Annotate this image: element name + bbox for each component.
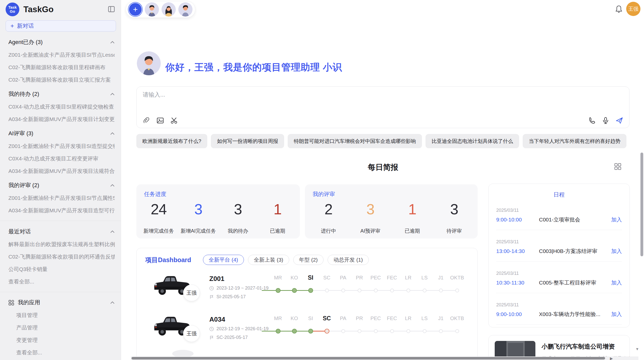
conversation-item[interactable]: C0X4-动力总成开发项目工程变更评审	[8, 155, 115, 162]
app-sub-item[interactable]: 变更管理	[0, 337, 121, 344]
join-link[interactable]: 加入	[611, 248, 622, 255]
stat-label: 新增完成任务	[139, 228, 179, 234]
milestone-dot	[325, 329, 329, 334]
join-link[interactable]: 加入	[611, 216, 622, 223]
app-sub-item[interactable]: 产品管理	[0, 324, 121, 331]
section-header-recent-chats[interactable]: 最近对话	[8, 228, 115, 235]
send-icon[interactable]	[616, 117, 623, 124]
stat-item: 1 已逾期	[258, 201, 297, 234]
add-assistant-button[interactable]: +	[128, 3, 142, 16]
chat-input[interactable]	[143, 91, 621, 113]
assistant-avatar-2[interactable]	[162, 2, 176, 17]
schedule-time: 9:00-10:00	[496, 311, 539, 317]
milestone-step: OKTB	[449, 274, 465, 293]
conversation-item[interactable]: A034-全新新能源MUV产品开发项目造型可行性评审	[8, 207, 115, 214]
schedule-card: 日程 2025/03/11 9:00-10:00 C001-立项审批会 加入	[488, 184, 630, 327]
scissors-icon[interactable]	[170, 117, 178, 124]
filter-pill[interactable]: 全新上装 (3)	[248, 255, 289, 265]
recent-chat-item[interactable]: 查看全部...	[8, 278, 115, 285]
milestone-dot	[308, 288, 313, 293]
suggestion-chip[interactable]: 如何写一份清晰的项目周报	[211, 134, 284, 148]
conversation-item[interactable]: Z001-全新燃油轻卡产品开发项目SI节点属性5D文件评审	[8, 194, 115, 202]
milestone-dot	[292, 288, 297, 293]
project-owner-avatar: 王强	[183, 325, 200, 342]
conversation-item[interactable]: C02-飞腾新能源轻客改款项目里程碑画布	[8, 64, 115, 71]
stat-item: 3 待评审	[433, 201, 475, 234]
conversation-item[interactable]: Z001-全新燃油轻卡产品开发项目SI造型提交物评审	[8, 143, 115, 150]
stat-item: 1 已逾期	[391, 201, 433, 234]
scroll-down-arrow[interactable]: ▼	[635, 347, 639, 351]
milestone-dot	[341, 329, 345, 333]
milestone-dot	[439, 289, 443, 292]
chat-input-box	[136, 86, 630, 128]
milestone-label: MR	[274, 274, 282, 281]
section-title: Agent已办 (3)	[8, 38, 43, 46]
phone-icon[interactable]	[588, 117, 596, 124]
section-recent-chats: 最近对话 解释最新出台的欧盟报废车法规再生塑料比例被调至15%...C02-飞腾…	[0, 228, 121, 285]
image-icon[interactable]	[156, 117, 164, 124]
milestone-label: LR	[405, 315, 412, 322]
schedule-item: 2025/03/11 13:00-14:30 C003|H0B-方案冻结评审 加…	[489, 239, 630, 255]
flag-icon	[209, 335, 214, 340]
filter-pill[interactable]: 动总开发 (1)	[328, 255, 369, 265]
conversation-item[interactable]: A034-全新新能源MUV产品开发项目计划变更表编写	[8, 116, 115, 123]
conversation-item[interactable]: C0X4-动力总成开发项目SI里程碑提交物检查	[8, 103, 115, 110]
dashboard-title: 项目Dashboard	[145, 256, 191, 264]
recent-chat-item[interactable]: 公司Q3轻卡销量	[8, 266, 115, 273]
user-avatar[interactable]: 王强	[626, 2, 640, 16]
recent-chat-item[interactable]: 解释最新出台的欧盟报废车法规再生塑料比例被调至15%...	[8, 241, 115, 248]
project-row-z001[interactable]: 王强 Z001 2023-12-19 ~ 2027-01-19 SI-2025-…	[137, 269, 477, 310]
new-chat-button[interactable]: + 新对话	[6, 20, 116, 32]
schedule-item: 2025/03/11 9:00-10:00 X003-车辆动力学性能验... 加…	[489, 302, 630, 318]
app-sub-item[interactable]: 项目管理	[0, 312, 121, 319]
section-ai-review: AI评审 (3) Z001-全新燃油轻卡产品开发项目SI造型提交物评审C0X4-…	[0, 130, 121, 175]
plus-icon: +	[10, 23, 14, 29]
project-row-a034[interactable]: 王强 A034 2023-12-19 ~ 2026-01-19 SC-2025-…	[137, 310, 477, 351]
input-toolbar-right	[588, 117, 623, 124]
input-toolbar-left	[143, 117, 178, 124]
milestone-dot	[374, 329, 378, 333]
assistant-avatar-3[interactable]	[178, 2, 193, 17]
app-sub-item[interactable]: 查看全部...	[0, 349, 121, 356]
section-title: 我的待办 (2)	[8, 90, 39, 98]
filter-pill[interactable]: 年型 (2)	[293, 255, 324, 265]
milestone-label: PEC	[370, 315, 381, 322]
stat-label: 已逾期	[391, 228, 433, 234]
section-header-my-todo[interactable]: 我的待办 (2)	[8, 90, 115, 98]
attachment-icon[interactable]	[143, 117, 150, 124]
scroll-right-arrow[interactable]: ▶	[610, 356, 613, 360]
vertical-scrollbar-thumb[interactable]	[640, 153, 643, 256]
suggestion-chip[interactable]: 比亚迪全固态电池计划具体说了什么	[426, 134, 519, 148]
section-header-my-review[interactable]: 我的评审 (2)	[8, 182, 115, 189]
stat-item: 2 进行中	[308, 201, 349, 234]
stat-item: 24 新增完成任务	[139, 201, 179, 234]
milestone-label: FEC	[387, 274, 397, 281]
notification-bell-icon[interactable]	[615, 5, 623, 13]
layout-grid-icon[interactable]	[614, 163, 622, 170]
recent-chat-item[interactable]: C02-飞腾新能源轻客改款项目的闭环通告反馈情况	[8, 253, 115, 260]
horizontal-scrollbar-thumb[interactable]	[131, 357, 605, 359]
milestone-timeline: MR KO SI SC	[270, 274, 465, 293]
collapse-sidebar-icon[interactable]	[108, 6, 115, 12]
project-node: SI-2025-05-17	[209, 294, 246, 299]
sidebar-item-my-apps[interactable]: 我的应用	[0, 299, 121, 306]
suggestion-chip[interactable]: 欧洲新规最近颁布了什么?	[136, 134, 207, 148]
suggestion-chip[interactable]: 特朗普可能对进口汽车增税会对中国车企造成哪些影响	[288, 134, 422, 148]
mic-icon[interactable]	[602, 117, 609, 124]
assistant-avatar-1[interactable]	[145, 2, 159, 17]
join-link[interactable]: 加入	[611, 311, 622, 318]
section-header-ai-review[interactable]: AI评审 (3)	[8, 130, 115, 137]
suggestion-chip[interactable]: 当下年轻人对汽车外观有怎样的喜好趋势	[523, 134, 626, 148]
milestone-dot	[455, 329, 459, 333]
conversation-item[interactable]: C02-飞腾新能源轻客改款项目立项汇报方案	[8, 76, 115, 83]
join-link[interactable]: 加入	[611, 279, 622, 286]
schedule-name: C003|H0B-方案冻结评审	[539, 248, 611, 255]
schedule-time: 10:30-11:30	[496, 280, 539, 286]
filter-pill[interactable]: 全新平台 (4)	[203, 255, 244, 265]
conversation-item[interactable]: A034-全新新能源MUV产品开发项目法规符合性评审	[8, 168, 115, 175]
dashboard-header: 项目Dashboard 全新平台 (4)全新上装 (3)年型 (2)动总开发 (…	[145, 255, 369, 265]
stat-value: 3	[218, 201, 258, 219]
conversation-item[interactable]: Z001-全新燃油皮卡产品开发项目SI节点Lesson Learn报告	[8, 51, 115, 58]
clock-icon	[209, 286, 214, 291]
section-header-agent-done[interactable]: Agent已办 (3)	[8, 38, 115, 46]
